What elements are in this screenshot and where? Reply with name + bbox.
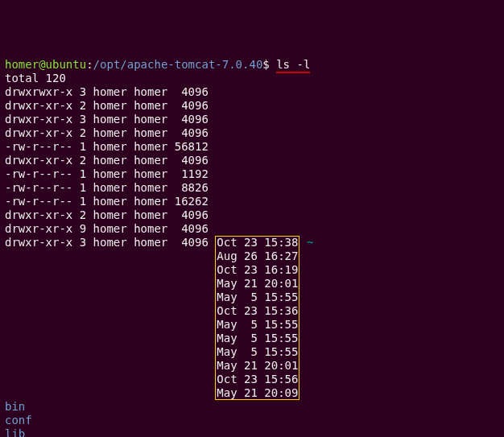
file-name: ~ bbox=[307, 236, 313, 249]
date-col-1: Oct 23 15:38 Aug 26 16:27 Oct 23 16:19 M… bbox=[215, 236, 300, 400]
file-name: lib bbox=[5, 427, 25, 437]
terminal-output: homer@ubuntu:/opt/apache-tomcat-7.0.40$ … bbox=[5, 58, 499, 437]
file-name: conf bbox=[5, 414, 32, 427]
perm-col-1: drwxrwxr-x 3 homer homer 4096 drwxr-xr-x… bbox=[5, 85, 209, 249]
total-line-1: total 120 bbox=[5, 72, 66, 85]
command-1: ls -l bbox=[276, 58, 310, 73]
prompt-userhost: homer@ubuntu bbox=[5, 58, 86, 71]
prompt-path: /opt/apache-tomcat-7.0.40 bbox=[93, 58, 263, 71]
file-name: bin bbox=[5, 400, 25, 413]
